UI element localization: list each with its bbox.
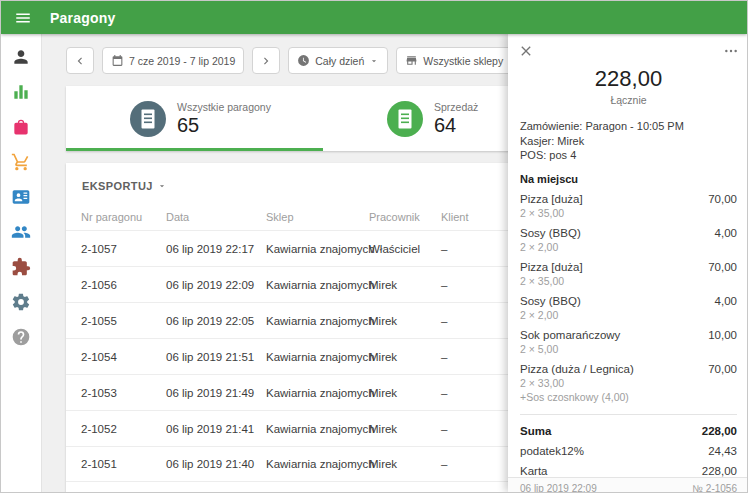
ellipsis-icon (723, 43, 739, 59)
sidebar-item-inventory[interactable] (11, 152, 31, 172)
menu-icon[interactable] (14, 9, 32, 27)
sidebar-item-reports[interactable] (11, 82, 31, 102)
column-receipt-number: Nr paragonu (81, 211, 166, 223)
export-button[interactable]: EKSPORTUJ (82, 180, 167, 192)
reports-chart-icon (11, 82, 31, 102)
close-icon (518, 43, 534, 59)
sidebar-item-settings[interactable] (11, 292, 31, 312)
item-price: 4,00 (715, 227, 737, 239)
cell-customer: – (441, 458, 501, 470)
receipt-total-block: 228,00 Łącznie (508, 66, 748, 106)
receipt-line-item: Sok pomarańczowy10,00 2 × 5,00 (520, 329, 737, 355)
item-modifier: +Sos czosnkowy (4,00) (520, 391, 737, 403)
item-name: Pizza [duża] (520, 193, 583, 205)
receipts-circle-icon (130, 101, 166, 137)
receipt-detail-panel: 228,00 Łącznie Zamówienie: Paragon - 10:… (508, 34, 748, 492)
cell-employee: Mirek (369, 351, 441, 363)
receipt-line-item: Sosy (BBQ)4,00 2 × 2,00 (520, 227, 737, 253)
tab-all-receipts[interactable]: Wszystkie paragony 65 (66, 86, 323, 151)
item-qty: 2 × 2,00 (520, 309, 737, 321)
panel-header (508, 34, 748, 59)
cell-date: 06 lip 2019 21:51 (166, 351, 266, 363)
clock-icon (297, 54, 310, 67)
card-value: 228,00 (702, 465, 737, 477)
item-qty: 2 × 33,00 (520, 377, 737, 389)
date-range-button[interactable]: 7 cze 2019 - 7 lip 2019 (102, 47, 244, 74)
cell-date: 06 lip 2019 22:05 (166, 315, 266, 327)
chevron-left-icon (73, 54, 87, 68)
item-price: 70,00 (708, 261, 737, 273)
receipt-total: 228,00 (508, 66, 748, 92)
receipt-totals: Suma 228,00 podatek12% 24,43 Karta 228,0… (520, 414, 737, 477)
sidebar-item-employees[interactable] (11, 187, 31, 207)
chevron-down-icon (157, 181, 167, 191)
item-price: 70,00 (708, 193, 737, 205)
cell-employee: Mirek (369, 387, 441, 399)
store-icon (405, 54, 418, 67)
total-row-tax: podatek12% 24,43 (520, 445, 737, 457)
more-options-button[interactable] (723, 43, 739, 59)
receipt-items-list: Pizza [duża]70,00 2 × 35,00 Sosy (BBQ)4,… (508, 185, 748, 403)
item-qty: 2 × 35,00 (520, 207, 737, 219)
receipt-line-item: Pizza [duża]70,00 2 × 35,00 (520, 193, 737, 219)
cell-receipt-number: 2-1054 (81, 351, 166, 363)
cell-date: 06 lip 2019 22:09 (166, 279, 266, 291)
sidebar-item-apps[interactable] (11, 257, 31, 277)
sum-value: 228,00 (702, 425, 737, 437)
cell-customer: – (441, 243, 501, 255)
next-date-button[interactable] (252, 47, 280, 74)
cell-receipt-number: 2-1055 (81, 315, 166, 327)
tab-text: Wszystkie paragony 65 (177, 101, 271, 137)
item-name: Sosy (BBQ) (520, 295, 581, 307)
sidebar-item-items[interactable] (11, 117, 31, 137)
dine-in-section-label: Na miejscu (508, 163, 748, 185)
item-price: 70,00 (708, 363, 737, 375)
sales-circle-icon (387, 101, 423, 137)
chevron-down-icon (369, 56, 379, 66)
order-line: Zamówienie: Paragon - 10:05 PM (520, 119, 737, 134)
sidebar-item-account[interactable] (11, 47, 31, 67)
tab-text: Sprzedaż 64 (434, 101, 478, 137)
footer-receipt-number: № 2-1056 (692, 483, 737, 494)
prev-date-button[interactable] (66, 47, 94, 74)
cell-receipt-number: 2-1052 (81, 423, 166, 435)
cell-date: 06 lip 2019 21:49 (166, 387, 266, 399)
cell-store: Kawiarnia znajomych (266, 279, 369, 291)
item-price: 4,00 (715, 295, 737, 307)
cell-date: 06 lip 2019 21:41 (166, 423, 266, 435)
receipt-order-info: Zamówienie: Paragon - 10:05 PM Kasjer: M… (508, 119, 748, 163)
item-qty: 2 × 35,00 (520, 275, 737, 287)
cell-date: 06 lip 2019 22:17 (166, 243, 266, 255)
cell-employee: Mirek (369, 458, 441, 470)
sidebar-item-help[interactable] (11, 327, 31, 347)
time-filter-button[interactable]: Cały dzień (288, 47, 388, 74)
date-range-label: 7 cze 2019 - 7 lip 2019 (129, 55, 235, 67)
item-qty: 2 × 2,00 (520, 241, 737, 253)
cell-employee: Mirek (369, 423, 441, 435)
item-price: 10,00 (708, 329, 737, 341)
item-name: Sosy (BBQ) (520, 227, 581, 239)
total-row-sum: Suma 228,00 (520, 425, 737, 437)
cell-employee: Mirek (369, 279, 441, 291)
item-name: Pizza (duża / Legnica) (520, 363, 634, 375)
item-name: Pizza [duża] (520, 261, 583, 273)
footer-date: 06 lip 2019 22:09 (520, 483, 597, 494)
receipt-total-label: Łącznie (508, 94, 748, 106)
store-filter-label: Wszystkie sklepy (423, 55, 503, 67)
cell-receipt-number: 2-1057 (81, 243, 166, 255)
item-name: Sok pomarańczowy (520, 329, 620, 341)
receipt-line-item: Pizza (duża / Legnica)70,00 2 × 33,00 +S… (520, 363, 737, 403)
cell-customer: – (441, 351, 501, 363)
all-receipts-value: 65 (177, 114, 271, 137)
receipt-footer: 06 lip 2019 22:09 № 2-1056 (508, 477, 748, 494)
employees-badge-icon (11, 187, 31, 207)
cell-receipt-number: 2-1056 (81, 279, 166, 291)
total-row-card: Karta 228,00 (520, 465, 737, 477)
cell-store: Kawiarnia znajomych (266, 387, 369, 399)
sidebar-item-customers[interactable] (11, 222, 31, 242)
receipt-line-item: Pizza [duża]70,00 2 × 35,00 (520, 261, 737, 287)
cell-date: 06 lip 2019 21:40 (166, 458, 266, 470)
close-button[interactable] (518, 43, 534, 59)
cell-receipt-number: 2-1051 (81, 458, 166, 470)
column-date: Data (166, 211, 266, 223)
